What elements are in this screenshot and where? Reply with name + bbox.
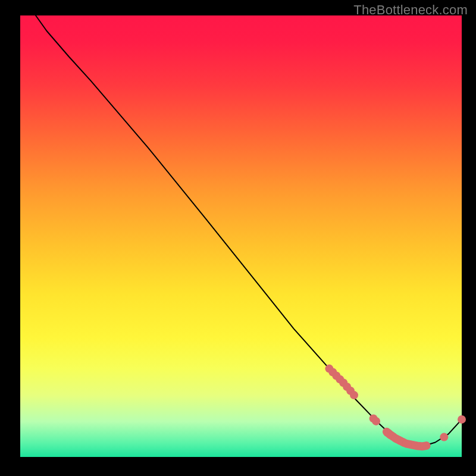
data-marker bbox=[440, 433, 448, 441]
data-marker bbox=[422, 441, 431, 450]
data-markers bbox=[325, 365, 466, 451]
bottleneck-curve bbox=[36, 15, 462, 446]
data-marker bbox=[350, 391, 358, 399]
chart-frame: TheBottleneck.com bbox=[0, 0, 476, 476]
plot-area bbox=[20, 15, 462, 457]
data-marker bbox=[372, 417, 380, 425]
chart-svg bbox=[20, 15, 462, 457]
data-marker bbox=[458, 415, 466, 424]
